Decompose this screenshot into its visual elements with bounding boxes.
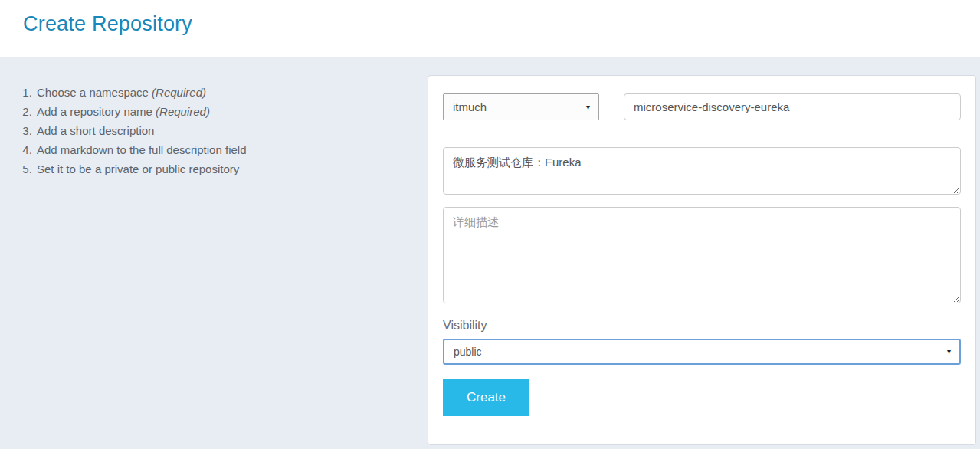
- repository-name-input[interactable]: [624, 93, 961, 120]
- instruction-text: Choose a namespace: [37, 86, 152, 99]
- namespace-select-value: itmuch: [453, 100, 487, 113]
- visibility-select-value: public: [454, 346, 482, 358]
- instruction-item: Add a repository name (Required): [35, 102, 246, 121]
- visibility-label: Visibility: [443, 319, 487, 333]
- instruction-text: Set it to be a private or public reposit…: [37, 162, 239, 175]
- full-description-textarea[interactable]: [443, 207, 961, 303]
- namespace-select[interactable]: itmuch ▾: [443, 93, 599, 120]
- create-repository-form-panel: itmuch ▾ 微服务测试仓库：Eureka Visibility publi…: [428, 75, 976, 445]
- page-header: Create Repository: [0, 0, 980, 57]
- instruction-required-note: (Required): [152, 86, 206, 99]
- create-button[interactable]: Create: [443, 379, 529, 416]
- instruction-item: Add a short description: [35, 121, 246, 140]
- instruction-item: Add markdown to the full description fie…: [35, 140, 246, 159]
- visibility-select[interactable]: public ▾: [443, 339, 961, 365]
- instruction-item: Choose a namespace (Required): [35, 83, 246, 102]
- chevron-down-icon: ▾: [586, 103, 590, 111]
- instructions-list: Choose a namespace (Required) Add a repo…: [23, 83, 246, 179]
- short-description-textarea[interactable]: 微服务测试仓库：Eureka: [443, 147, 961, 195]
- instruction-item: Set it to be a private or public reposit…: [35, 159, 246, 179]
- instruction-text: Add a repository name: [37, 105, 156, 118]
- instruction-text: Add markdown to the full description fie…: [37, 143, 246, 156]
- content-area: Choose a namespace (Required) Add a repo…: [0, 57, 980, 449]
- instruction-required-note: (Required): [156, 105, 210, 118]
- chevron-down-icon: ▾: [947, 347, 951, 356]
- page-title: Create Repository: [23, 12, 192, 36]
- instruction-text: Add a short description: [37, 124, 154, 137]
